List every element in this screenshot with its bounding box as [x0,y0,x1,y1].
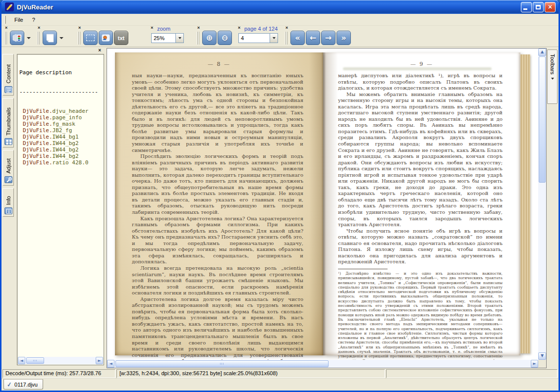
toolbar-group-select: × txt [77,26,135,47]
close-icon: × [545,2,555,12]
scrollbar-thumb[interactable] [115,360,329,367]
menu-help[interactable]: ? [28,15,40,24]
page-layout-button[interactable] [43,31,57,45]
toolbar-grip[interactable] [4,32,7,45]
next-page-button[interactable]: → [321,31,336,45]
toolbar-group-view-mode: × [3,26,34,47]
view-mode-icon [12,34,22,42]
document-canvas[interactable]: — 8 — ныя науки—науки, предназначенныя к… [107,49,538,360]
minimize-button[interactable] [521,2,532,12]
vertical-scrollbar[interactable]: ▲ ▼ [538,49,546,360]
structure-tree[interactable]: Page description -----------------------… [19,56,103,356]
structure-tree-item[interactable]: DjVuFile.fg_mask [19,121,103,127]
document-tab[interactable]: ✓ 0117.djvu [3,379,43,390]
first-page-button[interactable]: « [290,31,305,45]
scroll-up-icon[interactable]: ▲ [538,49,546,56]
scroll-left-icon[interactable]: ◄ [18,357,25,364]
scroll-down-icon[interactable]: ▼ [538,352,546,360]
status-page-info: [w:3325, h:2434, dpi:300, size:56721 byt… [116,369,385,378]
structure-tree-item[interactable]: DjVuFile.IW44_bg2 [19,140,103,147]
book-fore-edge [520,54,530,353]
maximize-button[interactable] [533,2,544,12]
select-region-button[interactable] [83,31,98,45]
maximize-icon [536,5,541,9]
structure-tree-item[interactable]: DjVuFile.IW44_bg2 [19,153,103,159]
previous-page-icon: ← [310,34,316,42]
menu-file[interactable]: File [10,15,28,24]
toolbar-close-icon[interactable]: × [197,26,200,30]
scrollbar-track[interactable] [44,357,96,364]
toolbar-close-icon[interactable]: × [78,26,81,30]
work-area: Content Thumbnails Adjust Info [1,47,559,369]
dropdown-caret-icon[interactable] [27,37,31,39]
sidebar-tab-thumbnails[interactable]: Thumbnails [2,98,14,147]
chevron-down-icon [178,37,181,39]
toolbar-grip[interactable] [197,32,200,45]
toolbar-group-page-layout: × [36,26,67,47]
previous-page-button[interactable]: ← [306,31,320,45]
selection-rectangle-icon [86,35,95,41]
scrollbar-thumb[interactable] [539,56,546,183]
structure-tree-item[interactable]: DjVuFile.IW44_bg1 [19,134,103,140]
scroll-right-icon[interactable]: ► [96,357,103,364]
view-mode-button[interactable] [10,31,24,45]
toolbar-close-icon[interactable]: × [5,26,7,30]
menu-grip[interactable] [4,16,6,24]
panel-close-icon[interactable]: × [98,48,101,53]
footnote-separator [338,269,388,269]
document-view[interactable]: — 8 — ныя науки—науки, предназначенныя к… [107,48,547,368]
book-spread: — 8 — ныя науки—науки, предназначенныя к… [115,52,538,355]
adjust-wrench-icon [4,176,12,183]
title-bar[interactable]: DjVuReader × [1,0,559,14]
structure-tree-item[interactable]: DjVuFile.page_info [19,114,103,121]
sidebar-tab-adjust[interactable]: Adjust [2,150,14,186]
horizontal-scrollbar[interactable]: ◄ ► [107,360,538,368]
scroll-left-icon[interactable]: ◄ [107,360,114,368]
zoom-dropdown-button[interactable] [175,34,183,43]
book-page-9: — 9 — манерѣ диспутовъ или діалектикѣ ¹)… [323,52,520,355]
zoom-combobox[interactable]: 25% [151,33,184,43]
copy-text-button[interactable]: txt [114,31,128,45]
dropdown-caret-icon[interactable] [59,37,63,39]
image-icon [102,34,110,42]
panel-horizontal-scrollbar[interactable]: ◄ ► [18,357,103,364]
toolbar-grip[interactable] [37,32,40,45]
scrollbar-track[interactable] [538,183,546,352]
structure-tree-item[interactable]: DjVuFile.JB2_fg [19,127,103,134]
sidebar-tab-content[interactable]: Content [2,54,14,96]
page-8-text: ныя науки—науки, предназначенныя къ восп… [132,73,303,360]
window-title: DjVuReader [17,3,53,11]
toolbars-tab[interactable]: Toolbars [547,49,558,104]
toolbar-group-navigation: × « ← → » [284,26,353,47]
scroll-right-icon[interactable]: ► [531,360,538,368]
structure-tree-item[interactable]: DjVuFile.IW44_bg2 [19,147,103,153]
scrollbar-thumb[interactable] [26,357,44,364]
zoom-out-button[interactable]: ⊖ [218,31,232,45]
toolbar-close-icon[interactable]: × [151,26,153,30]
structure-tree-item[interactable]: DjVuFile.djvu_header [19,108,103,114]
minimize-icon [523,8,527,10]
info-icon [4,207,12,214]
scrollbar-corner [538,360,546,368]
copy-image-button[interactable] [99,31,113,45]
document-check-icon: ✓ [6,381,12,388]
page-number-header: — 9 — [323,52,520,67]
last-page-button[interactable]: » [336,31,351,45]
toolbar-close-icon[interactable]: × [285,26,288,30]
page-stain [343,67,492,70]
scrollbar-track[interactable] [329,360,531,368]
toolbar-close-icon[interactable]: × [38,26,40,30]
book-page-8: — 8 — ныя науки—науки, предназначенныя к… [115,52,323,355]
sidebar-tab-info[interactable]: Info [2,188,14,217]
content-icon [4,86,12,93]
page-dropdown-button[interactable] [270,34,278,43]
structure-tree-item[interactable]: DjVuFile.ratio 428.0 [19,159,103,166]
toolbar-close-icon[interactable]: × [238,26,240,30]
zoom-in-button[interactable]: ⊕ [202,31,217,45]
last-page-icon: » [341,34,346,42]
sidebar-tab-label: Thumbnails [5,107,11,136]
page-combobox[interactable]: 4 [238,33,278,43]
close-button[interactable]: × [545,2,556,12]
toolbar-grip[interactable] [78,32,81,45]
toolbar-grip[interactable] [285,32,288,45]
